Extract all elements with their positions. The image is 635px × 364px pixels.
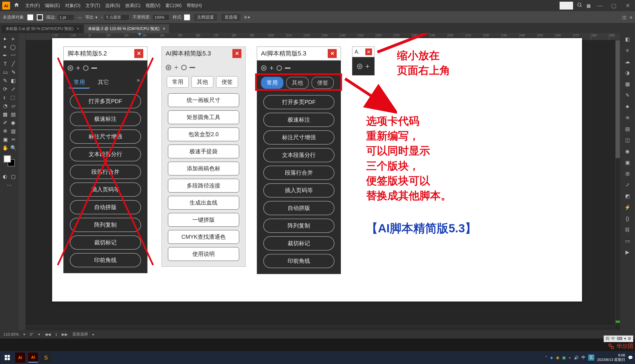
mesh-tool[interactable]: ▦ (3, 111, 8, 117)
eyedropper-tool[interactable]: ✐ (3, 120, 7, 126)
rotate-display[interactable]: 0° (30, 332, 33, 337)
btn-cmyk-pantone[interactable]: CMYK查找潘通色 (168, 230, 239, 244)
tab-other[interactable]: 其他 (191, 76, 213, 88)
btn-crop-marks[interactable]: 裁切标记 (263, 236, 334, 251)
tray-icon[interactable]: ◉ (556, 355, 559, 360)
gradient-panel-icon[interactable]: ▤ (623, 124, 632, 133)
plus-icon[interactable]: + (269, 64, 274, 72)
btn-fast-annotate[interactable]: 极速标注 (263, 113, 334, 127)
notification-icon[interactable]: 💬 (628, 355, 633, 360)
hand-tool[interactable]: ✋ (2, 145, 8, 151)
layers-panel-icon[interactable]: ≡ (623, 46, 632, 55)
doc-tab-1[interactable]: 未标题-2 @ 110.65 % (CMYK/CPU 预览) × (84, 24, 169, 33)
radio-on-icon[interactable] (166, 65, 171, 70)
ime-lang-icon[interactable]: 中 (581, 355, 585, 360)
btn-insert-pagenum[interactable]: 插入页码等 (70, 182, 141, 197)
task-ai-2[interactable]: Ai (28, 353, 38, 363)
panel-toggle-icon[interactable]: ◫ (622, 15, 626, 20)
radio-off-icon[interactable] (181, 65, 187, 70)
artboard-nav-num[interactable]: 1 (55, 332, 57, 337)
task-ai-1[interactable]: Ai (15, 353, 25, 363)
swatches-panel-icon[interactable]: ▦ (623, 80, 632, 89)
gradient-tool[interactable]: ▤ (11, 111, 16, 117)
menu-view[interactable]: 视图(V) (146, 3, 160, 9)
selection-tool[interactable]: ▸ (4, 36, 6, 42)
edit-toolbar-icon[interactable]: ⋯ (5, 181, 13, 189)
horizontal-scrollbar[interactable] (26, 326, 615, 330)
tab-common[interactable]: 常用 (167, 76, 189, 88)
canvas[interactable]: -20-100102030405060708090100110120130140… (19, 33, 620, 330)
opacity-input[interactable] (153, 14, 169, 20)
tab-other[interactable]: 其它 (93, 77, 114, 89)
tray-icon[interactable]: ◈ (550, 355, 553, 360)
zoom-display[interactable]: 110.65% (3, 332, 19, 337)
btn-para-merge[interactable]: 段落行合并 (263, 166, 334, 180)
tray-icon[interactable]: ● (569, 355, 571, 360)
btn-prepress-corner[interactable]: 印前角线 (263, 254, 334, 268)
menu-edit[interactable]: 编辑(E) (45, 3, 60, 9)
stroke-input[interactable] (57, 14, 74, 20)
graphic-styles-panel-icon[interactable]: ▣ (623, 158, 632, 167)
btn-crop-marks[interactable]: 裁切标记 (70, 235, 141, 250)
panel-53d-close[interactable]: ✕ (328, 49, 337, 58)
properties-panel-icon[interactable]: ◧ (623, 35, 632, 44)
btn-auto-impose[interactable]: 自动拼版 (263, 201, 334, 215)
close-icon[interactable]: × (163, 26, 165, 31)
btn-help[interactable]: 使用说明 (168, 247, 239, 261)
btn-array-copy[interactable]: 阵列复制 (70, 218, 141, 232)
btn-box-type[interactable]: 包装盒型2.0 (168, 127, 239, 141)
curvature-tool[interactable]: 〰 (11, 53, 16, 59)
artboards-panel-icon[interactable]: ▭ (623, 237, 632, 245)
panel-menu-icon[interactable]: ≡ (630, 15, 632, 20)
radio-on-icon[interactable] (357, 64, 362, 69)
close-icon[interactable]: × (77, 26, 79, 31)
zoom-tool[interactable]: 🔍 (10, 145, 17, 151)
btn-dimension-plus[interactable]: 标注尺寸增强 (70, 129, 141, 144)
transparency-panel-icon[interactable]: ◫ (623, 136, 632, 145)
menu-type[interactable]: 文字(T) (86, 3, 100, 9)
corner-input[interactable] (104, 14, 129, 20)
btn-prepress-corner[interactable]: 印前角线 (70, 253, 141, 267)
brushes-panel-icon[interactable]: ✎ (623, 91, 632, 100)
search-box[interactable] (560, 2, 573, 10)
line-tool[interactable]: ╱ (12, 61, 15, 67)
stroke-panel-icon[interactable]: ≋ (623, 113, 632, 122)
radio-off-icon[interactable] (276, 65, 282, 71)
scale-tool[interactable]: ⤢ (11, 86, 15, 92)
btn-auto-impose[interactable]: 自动拼版 (70, 200, 141, 214)
btn-rect-corner[interactable]: 矩形圆角工具 (168, 110, 239, 124)
btn-text-split[interactable]: 文本段落分行 (70, 147, 141, 161)
radio-off-icon[interactable] (83, 65, 89, 71)
align-panel-icon[interactable]: ⊞ (623, 169, 632, 178)
close-button[interactable]: ✕ (623, 3, 633, 8)
search-icon[interactable] (577, 2, 583, 9)
libraries-panel-icon[interactable]: ☁ (623, 57, 632, 66)
arrange-icon[interactable]: ▦ (586, 3, 591, 8)
btn-dimension-plus[interactable]: 标注尺寸增强 (263, 130, 334, 145)
artboard-nav-next[interactable]: ▶▶ (62, 332, 68, 337)
play-panel-icon[interactable]: ▶ (623, 248, 632, 257)
align-icon[interactable]: ⊪▾ (244, 15, 250, 20)
menu-object[interactable]: 对象(O) (65, 3, 80, 9)
menu-file[interactable]: 文件(F) (25, 3, 40, 9)
panel-mini-close[interactable]: ✕ (365, 48, 372, 55)
plus-icon[interactable]: + (76, 64, 80, 72)
minus-icon[interactable] (91, 68, 97, 69)
fg-color[interactable] (4, 155, 11, 163)
transform-panel-icon[interactable]: ⤢ (623, 180, 632, 189)
color-panel-icon[interactable]: ◑ (623, 68, 632, 77)
btn-text-split[interactable]: 文本段落分行 (263, 148, 334, 162)
appearance-panel-icon[interactable]: ◉ (623, 147, 632, 156)
home-icon[interactable] (13, 2, 21, 9)
btn-multi-path-join[interactable]: 多段路径连接 (168, 179, 239, 193)
btn-fast-bag[interactable]: 极速手提袋 (168, 145, 239, 158)
free-transform-tool[interactable]: ⬚ (10, 94, 15, 101)
radio-on-icon[interactable] (261, 65, 267, 71)
slice-tool[interactable]: ✂ (11, 136, 16, 143)
stroke-swatch[interactable] (37, 14, 43, 20)
doc-setup-button[interactable]: 文档设置 (193, 13, 218, 21)
tab-notes[interactable]: 便签 (216, 76, 238, 88)
chevron-icon[interactable]: » (137, 77, 142, 89)
btn-add-color-tag[interactable]: 添加画稿色标 (168, 162, 239, 175)
rectangle-tool[interactable]: ▭ (3, 69, 8, 75)
